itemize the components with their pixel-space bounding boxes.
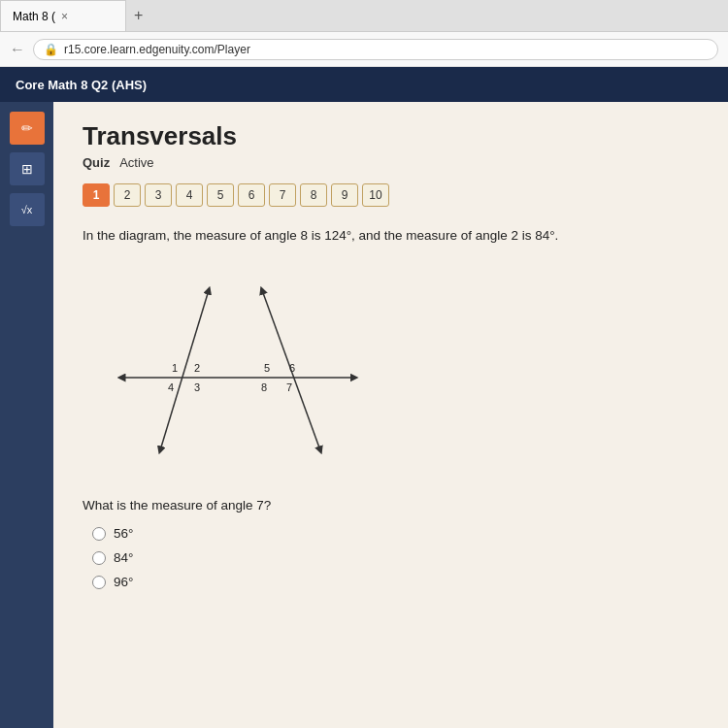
q-num-10[interactable]: 10 [362, 183, 389, 207]
browser-tab[interactable]: Math 8 ( × [0, 0, 126, 31]
address-text: r15.core.learn.edgenuity.com/Player [64, 43, 250, 56]
svg-line-1 [160, 290, 209, 450]
q-num-6[interactable]: 6 [238, 183, 265, 207]
answer-option-2[interactable]: 84° [92, 550, 699, 565]
q-num-1[interactable]: 1 [83, 183, 110, 207]
radio-1[interactable] [92, 527, 106, 541]
svg-text:4: 4 [168, 381, 174, 393]
q-num-5[interactable]: 5 [207, 183, 234, 207]
back-button[interactable]: ← [10, 41, 25, 58]
q-num-7[interactable]: 7 [269, 183, 296, 207]
new-tab-button[interactable]: + [126, 3, 150, 28]
tab-title: Math 8 ( [13, 10, 55, 23]
answer-label-2: 84° [114, 550, 133, 565]
app-header: Core Math 8 Q2 (AHS) [0, 67, 728, 102]
answer-option-1[interactable]: 56° [92, 526, 699, 541]
diagram-container: 1 2 4 3 5 6 8 7 [92, 261, 699, 479]
answer-label-3: 96° [114, 575, 133, 589]
browser-address-bar: ← 🔒 r15.core.learn.edgenuity.com/Player [0, 32, 728, 67]
app-title: Core Math 8 Q2 (AHS) [16, 78, 147, 92]
q-num-4[interactable]: 4 [176, 183, 203, 207]
sub-question: What is the measure of angle 7? [83, 498, 699, 513]
tab-close-icon[interactable]: × [61, 10, 68, 23]
browser-tab-bar: Math 8 ( × + [0, 0, 728, 32]
svg-text:6: 6 [289, 362, 295, 374]
q-num-3[interactable]: 3 [145, 183, 172, 207]
quiz-label: Quiz Active [83, 155, 699, 170]
address-box[interactable]: 🔒 r15.core.learn.edgenuity.com/Player [33, 39, 718, 60]
transversal-diagram: 1 2 4 3 5 6 8 7 [92, 261, 364, 475]
sidebar-calculator-icon[interactable]: ⊞ [10, 152, 45, 185]
q-num-8[interactable]: 8 [300, 183, 327, 207]
q-num-2[interactable]: 2 [114, 183, 141, 207]
sidebar: ✏ ⊞ √x [0, 102, 53, 728]
nav-buttons: ← [10, 41, 25, 58]
answer-label-1: 56° [114, 526, 133, 541]
q-num-9[interactable]: 9 [331, 183, 358, 207]
main-layout: ✏ ⊞ √x Transversals Quiz Active 1 2 3 4 … [0, 102, 728, 728]
lock-icon: 🔒 [44, 43, 58, 56]
answer-option-3[interactable]: 96° [92, 575, 699, 589]
svg-text:1: 1 [172, 362, 178, 374]
content-area: Transversals Quiz Active 1 2 3 4 5 6 7 8… [53, 102, 728, 728]
radio-2[interactable] [92, 551, 106, 565]
status-badge: Active [119, 155, 153, 170]
svg-text:2: 2 [194, 362, 200, 374]
svg-text:7: 7 [286, 381, 292, 393]
svg-text:8: 8 [261, 381, 267, 393]
sidebar-formula-icon[interactable]: √x [10, 193, 45, 226]
quiz-text: Quiz [83, 155, 110, 170]
sidebar-pencil-icon[interactable]: ✏ [10, 112, 45, 145]
svg-text:5: 5 [264, 362, 270, 374]
answer-options: 56° 84° 96° [83, 526, 699, 589]
svg-text:3: 3 [194, 381, 200, 393]
page-title: Transversals [83, 121, 699, 151]
question-numbers: 1 2 3 4 5 6 7 8 9 10 [83, 183, 699, 207]
radio-3[interactable] [92, 576, 106, 589]
question-text: In the diagram, the measure of angle 8 i… [83, 226, 699, 246]
